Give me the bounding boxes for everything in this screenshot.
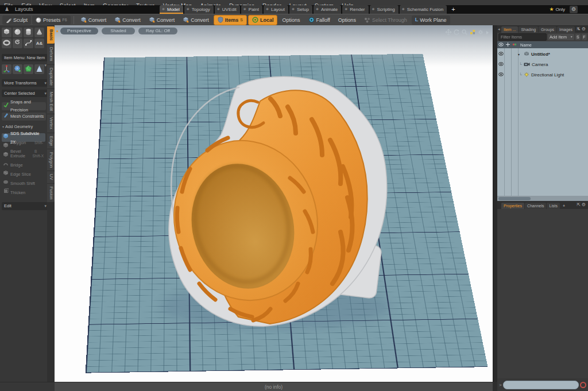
expand-triangle-icon[interactable]: ▾ [518, 52, 524, 56]
snaps-precision-button[interactable]: Snaps and Precision [2, 102, 46, 110]
vtab-fusion[interactable]: Fusion [47, 184, 55, 203]
zoom-icon[interactable] [462, 27, 467, 37]
only-toggle[interactable]: ★Only [549, 5, 565, 14]
vtab-uv[interactable]: UV [47, 171, 55, 183]
panel-splitter[interactable] [493, 25, 497, 382]
layout-tab-scripting[interactable]: ✱Scripting [370, 5, 399, 14]
tab-properties[interactable]: Properties [501, 203, 524, 209]
filters-button[interactable]: F [582, 34, 587, 40]
expand-panel-icon[interactable]: ⇱ [577, 202, 582, 207]
layout-tab-render[interactable]: ✱Render [342, 5, 368, 14]
item-list[interactable]: ▾ Untitled* └ Camera └ Directional Light [497, 48, 588, 196]
vtab-duplicate[interactable]: Duplicate [47, 65, 55, 88]
viewport-3d[interactable]: Perspective Shaded Ray GL: Off [55, 25, 493, 382]
vtab-vertex[interactable]: Vertex [47, 114, 55, 132]
torus-primitive-button[interactable] [2, 38, 11, 48]
grid-cells-icon[interactable] [470, 27, 475, 37]
cornucopia-model[interactable] [152, 70, 408, 334]
tab-groups[interactable]: Groups [539, 26, 556, 33]
viewport-mode-pill[interactable]: Perspective [60, 28, 98, 34]
vtab-basic[interactable]: Basic [47, 26, 55, 44]
convert-button-1[interactable]: Convert [77, 16, 110, 25]
viewport-shading-pill[interactable]: Shaded [102, 28, 135, 34]
vtab-edge[interactable]: Edge [47, 133, 55, 149]
item-row-camera[interactable]: └ Camera [497, 61, 588, 68]
tab-overflow-icon[interactable]: ◂ [498, 27, 500, 32]
vtab-mesh-edit[interactable]: Mesh Edit [47, 89, 55, 114]
filter-items-input[interactable] [498, 33, 547, 41]
add-panel-tab-button[interactable]: + [560, 203, 567, 209]
scrollbar-thumb[interactable] [498, 197, 531, 200]
layout-tab-animate[interactable]: ✱Animate [314, 5, 341, 14]
tab-channels[interactable]: Channels [525, 203, 547, 209]
sculpt-button[interactable]: Sculpt [2, 16, 31, 25]
sphere-primitive-button[interactable] [13, 28, 22, 37]
name-column-header[interactable]: Name [520, 42, 532, 48]
tab-lists[interactable]: Lists [547, 203, 559, 209]
cylinder-primitive-button[interactable] [24, 28, 33, 37]
eye-icon[interactable] [497, 72, 504, 78]
vtab-deform[interactable]: Deform [47, 44, 55, 64]
mesh-constraints-button[interactable]: Mesh Constraints [2, 113, 46, 121]
tool-bridge[interactable]: Bridge [2, 161, 45, 169]
tab-images[interactable]: Images [557, 26, 575, 33]
eye-icon[interactable] [497, 62, 504, 67]
vtab-polygon[interactable]: Polygon [47, 149, 55, 171]
globe-tool-button[interactable] [13, 64, 22, 74]
gizmo-tool-button[interactable] [2, 64, 11, 74]
spiral-primitive-button[interactable] [13, 38, 22, 48]
falloff-button[interactable]: Falloff [305, 16, 334, 25]
gem-tool-button[interactable] [24, 64, 33, 74]
layout-tab-layout[interactable]: ✱Layout [264, 5, 288, 14]
pan-icon[interactable] [446, 27, 451, 37]
scopes-button[interactable]: S [575, 34, 581, 40]
eye-icon[interactable] [497, 52, 504, 57]
tool-edge-slice[interactable]: Edge Slice [2, 170, 45, 179]
layout-tab-uvedit[interactable]: ✱UVEdit [215, 5, 240, 14]
cone-primitive-button[interactable] [34, 28, 44, 37]
items-mode-button[interactable]: ItemsS [214, 15, 247, 25]
cube-primitive-button[interactable] [2, 28, 11, 37]
item-row-directional-light[interactable]: └ Directional Light [497, 71, 588, 79]
options-button-1[interactable]: Options [278, 16, 303, 25]
convert-button-3[interactable]: Convert [145, 16, 179, 25]
wedge-tool-button[interactable] [34, 64, 44, 74]
layout-tab-paint[interactable]: ✱Paint [241, 5, 262, 14]
layout-tab-schematic-fusion[interactable]: ✱Schematic Fusion [400, 5, 447, 14]
more-transforms-dropdown[interactable]: More Transforms▾ [2, 79, 48, 87]
presets-button[interactable]: PresetsF6 [32, 16, 71, 25]
options-button-2[interactable]: Options [335, 16, 359, 25]
viewport-gear-icon[interactable] [478, 27, 483, 37]
rotate-icon[interactable] [454, 27, 459, 37]
layout-tab-model[interactable]: ✱Model [160, 5, 183, 14]
layout-tab-setup[interactable]: ✱Setup [289, 5, 312, 14]
text-tool-button[interactable]: A& [34, 38, 44, 48]
panel-gear-icon[interactable]: ⚙ [582, 26, 587, 32]
center-selected-dropdown[interactable]: Center Selected▾ [2, 90, 48, 97]
add-item-dropdown[interactable]: Add Item▾ [548, 34, 574, 40]
tool-extrude[interactable]: ExtrudeShift-X [2, 152, 45, 160]
panel-gear-icon[interactable]: ⚙ [582, 202, 587, 207]
gear-icon[interactable]: ⚙ [570, 6, 578, 13]
pin-icon[interactable]: ♟ [5, 6, 9, 12]
layout-tab-topology[interactable]: ✱Topology [184, 5, 214, 14]
item-row-mesh[interactable]: ▾ Untitled* [497, 51, 588, 58]
curve-primitive-button[interactable] [24, 38, 33, 48]
tab-shading[interactable]: Shading [519, 26, 538, 33]
tool-smooth-shift[interactable]: Smooth Shift [2, 179, 45, 188]
command-history-icon[interactable]: O [580, 382, 586, 388]
viewport-menu-arrow-icon[interactable] [486, 27, 489, 37]
item-list-hscrollbar[interactable] [497, 196, 588, 201]
edit-dropdown[interactable]: Edit▾ [2, 202, 48, 210]
add-layout-tab-button[interactable]: + [448, 5, 458, 14]
work-plane-button[interactable]: L Work Plane [412, 16, 450, 25]
item-menu-dropdown[interactable]: Item Menu: New Item▾ [2, 54, 48, 61]
convert-button-4[interactable]: Convert [179, 16, 212, 25]
command-input[interactable] [503, 381, 579, 389]
tab-item-list[interactable]: Item ... [501, 26, 518, 33]
select-through-button[interactable]: Select Through [361, 16, 411, 25]
tool-thicken[interactable]: Thicken [2, 188, 45, 197]
layouts-label[interactable]: Layouts [15, 6, 33, 12]
viewport-raygl-pill[interactable]: Ray GL: Off [138, 28, 177, 34]
local-action-center-button[interactable]: Local [248, 15, 278, 25]
